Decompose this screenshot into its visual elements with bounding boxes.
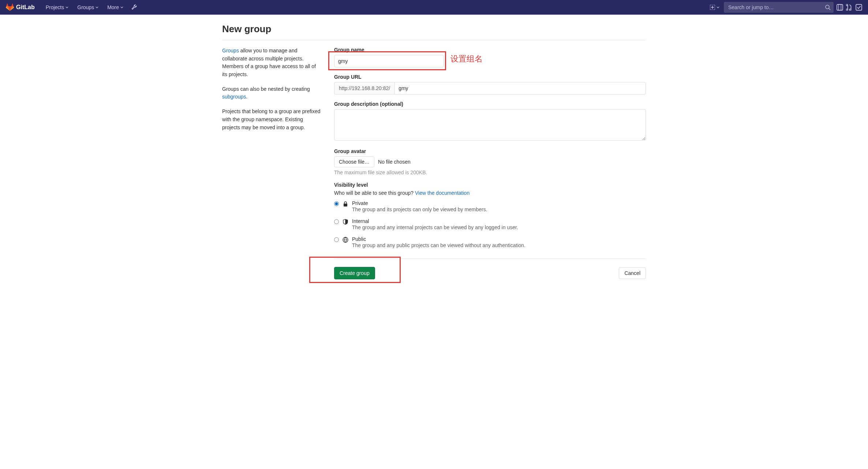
svg-rect-4	[856, 4, 862, 10]
group-url-label: Group URL	[334, 74, 646, 80]
visibility-radio-internal[interactable]	[334, 219, 339, 224]
navbar-right	[708, 2, 862, 13]
chevron-down-icon	[120, 6, 123, 9]
issues-icon[interactable]	[837, 4, 843, 11]
visibility-internal-desc: The group and any internal projects can …	[352, 224, 518, 230]
nav-projects-label: Projects	[46, 4, 64, 10]
visibility-private-desc: The group and its projects can only be v…	[352, 206, 487, 212]
info-paragraph-3: Projects that belong to a group are pref…	[222, 108, 321, 131]
info-p2-pre: Groups can also be nested by creating	[222, 86, 310, 92]
group-name-input[interactable]	[334, 55, 444, 67]
search-icon[interactable]	[825, 4, 831, 10]
visibility-option-public[interactable]: Public The group and any public projects…	[334, 236, 646, 248]
group-name-label: Group name	[334, 47, 646, 53]
svg-rect-5	[344, 204, 347, 206]
plus-icon	[710, 5, 715, 10]
group-description-input[interactable]	[334, 109, 646, 141]
create-group-button[interactable]: Create group	[334, 267, 375, 279]
group-name-field: Group name 设置组名	[334, 47, 646, 67]
chevron-down-icon	[96, 6, 98, 9]
globe-icon	[343, 237, 348, 243]
shield-icon	[343, 219, 348, 225]
info-p2-post: .	[246, 94, 247, 100]
todos-icon[interactable]	[856, 4, 862, 11]
visibility-question-text: Who will be able to see this group?	[334, 190, 415, 196]
annotation-text-name: 设置组名	[450, 53, 483, 64]
chevron-down-icon	[717, 6, 719, 9]
gitlab-logo-icon	[6, 3, 14, 11]
brand-text: GitLab	[16, 4, 35, 11]
group-description-label: Group description (optional)	[334, 101, 646, 107]
visibility-doc-link[interactable]: View the documentation	[415, 190, 469, 196]
lock-icon	[343, 201, 348, 207]
gitlab-logo[interactable]: GitLab	[6, 3, 35, 11]
group-url-prefix: http://192.168.8.20:82/	[334, 82, 394, 94]
group-url-row: http://192.168.8.20:82/	[334, 82, 646, 94]
visibility-private-title: Private	[352, 200, 487, 206]
page-title: New group	[222, 23, 646, 40]
file-size-hint: The maximum file size allowed is 200KB.	[334, 170, 646, 175]
visibility-public-text: Public The group and any public projects…	[352, 236, 525, 248]
visibility-question: Who will be able to see this group? View…	[334, 190, 646, 196]
nav-more-label: More	[107, 4, 119, 10]
form-column: Group name 设置组名 Group URL http://192.168…	[334, 47, 646, 279]
page-container: New group Groups allow you to manage and…	[216, 15, 652, 288]
visibility-option-internal[interactable]: Internal The group and any internal proj…	[334, 218, 646, 230]
merge-requests-icon[interactable]	[846, 4, 853, 11]
search-input[interactable]	[724, 2, 834, 13]
group-url-input[interactable]	[394, 82, 646, 94]
form-actions: Create group Cancel	[334, 258, 646, 279]
svg-rect-2	[837, 4, 843, 10]
visibility-radio-private[interactable]	[334, 201, 339, 206]
visibility-public-title: Public	[352, 236, 525, 242]
visibility-label: Visibility level	[334, 182, 646, 188]
info-sidebar: Groups allow you to manage and collabora…	[222, 47, 321, 279]
group-avatar-field: Group avatar Choose file… No file chosen…	[334, 148, 646, 175]
visibility-radio-public[interactable]	[334, 237, 339, 242]
nav-projects[interactable]: Projects	[42, 1, 72, 14]
visibility-option-private[interactable]: Private The group and its projects can o…	[334, 200, 646, 212]
cancel-button[interactable]: Cancel	[619, 267, 646, 279]
admin-wrench-icon[interactable]	[131, 4, 137, 10]
info-paragraph-2: Groups can also be nested by creating su…	[222, 85, 321, 101]
visibility-internal-text: Internal The group and any internal proj…	[352, 218, 518, 230]
file-chooser-row: Choose file… No file chosen	[334, 156, 646, 167]
top-navbar: GitLab Projects Groups More	[0, 0, 868, 15]
svg-rect-3	[839, 4, 841, 10]
navbar-left: GitLab Projects Groups More	[6, 1, 137, 14]
svg-point-1	[826, 5, 829, 9]
search-wrapper	[724, 2, 834, 13]
nav-groups-label: Groups	[77, 4, 94, 10]
two-column-layout: Groups allow you to manage and collabora…	[222, 47, 646, 279]
group-avatar-label: Group avatar	[334, 148, 646, 154]
nav-groups[interactable]: Groups	[74, 1, 102, 14]
nav-more[interactable]: More	[104, 1, 127, 14]
visibility-field: Visibility level Who will be able to see…	[334, 182, 646, 248]
group-url-field: Group URL http://192.168.8.20:82/	[334, 74, 646, 94]
subgroups-link[interactable]: subgroups	[222, 94, 246, 100]
file-chosen-status: No file chosen	[378, 159, 411, 165]
visibility-public-desc: The group and any public projects can be…	[352, 242, 525, 248]
visibility-internal-title: Internal	[352, 218, 518, 224]
choose-file-button[interactable]: Choose file…	[334, 156, 374, 167]
visibility-private-text: Private The group and its projects can o…	[352, 200, 487, 212]
chevron-down-icon	[66, 6, 68, 9]
info-paragraph-1: Groups allow you to manage and collabora…	[222, 47, 321, 79]
group-description-field: Group description (optional)	[334, 101, 646, 142]
groups-link[interactable]: Groups	[222, 48, 239, 53]
group-name-input-wrap: 设置组名	[334, 55, 646, 67]
plus-dropdown[interactable]	[708, 3, 721, 11]
